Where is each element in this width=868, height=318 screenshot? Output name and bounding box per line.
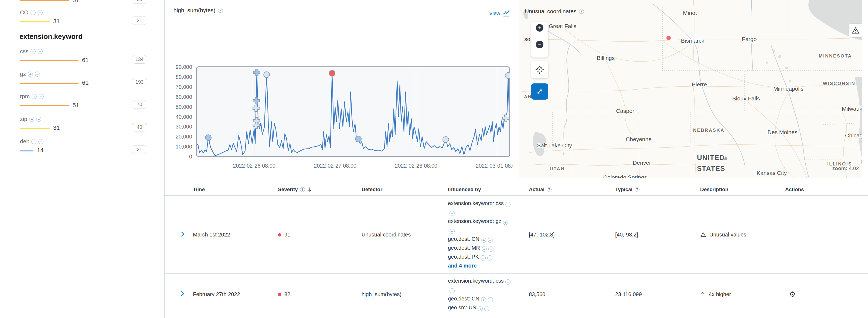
help-icon[interactable]: ? [579,9,584,14]
y-axis-tick-label: 30,000 [162,124,192,130]
add-filter-icon[interactable]: + [31,139,36,144]
influencer-max-score: 61 [82,79,89,86]
map-canvas[interactable]: MinotGreat FallssoBillingsBismarckFargoM… [507,0,862,178]
top-influencers-sidebar: 5153CO+−3131extension.keywordcss+−61134g… [0,0,164,318]
remove-filter-icon[interactable]: − [487,255,492,260]
add-filter-icon[interactable]: + [505,202,510,207]
anomaly-detector: Unusual coordinates [362,232,448,238]
anomaly-marker-circle[interactable] [205,135,211,141]
remove-filter-icon[interactable]: − [37,10,43,15]
map-zoom-in-button[interactable]: + [536,24,544,32]
remove-filter-icon[interactable]: − [488,297,493,302]
map-zoom-control: + − [531,22,548,58]
map-anomaly-dot-red[interactable] [666,36,671,40]
y-axis-tick-label: 50,000 [162,104,192,110]
crosshair-icon [535,65,544,74]
severity-dot [278,233,281,236]
add-filter-icon[interactable]: + [32,94,37,99]
influencer-label: css+− [20,48,43,55]
influencer-label: gz+− [20,71,40,77]
map-locate-button[interactable] [531,61,548,78]
x-axis-tick-label: 2022-02-28 08:00 [392,163,440,169]
remove-filter-icon[interactable]: − [36,117,41,122]
map-country-label: STATES [697,165,725,173]
map-city-label: Casper [616,108,634,114]
remove-filter-icon[interactable]: − [450,288,455,293]
header-severity[interactable]: Severity ? [278,186,362,193]
map-state-label: NEBRASKA [693,128,724,133]
help-icon[interactable]: ? [300,187,305,192]
anomaly-typical: [40,-98.2] [615,232,700,238]
add-filter-icon[interactable]: + [482,247,487,252]
map-city-label: Pierre [692,81,707,87]
map-city-label: Cheyenne [626,136,652,142]
show-more-influencers-link[interactable]: and 4 more [448,261,510,270]
remove-filter-icon[interactable]: − [450,211,455,216]
map-city-label: Fargo [742,36,757,42]
influencer-count-badge: 21 [132,145,147,154]
map-city-label: so [524,36,530,42]
map-city-label: Colorado Springs [603,174,647,178]
anomaly-marker-circle[interactable] [329,70,335,77]
chart-frame [197,67,510,156]
add-filter-icon[interactable]: + [480,255,486,260]
influenced-by-item: geo.dest: CN+− [448,294,510,303]
anomaly-severity: 82 [278,291,362,297]
anomaly-severity: 91 [278,232,362,238]
remove-filter-icon[interactable]: − [37,49,43,54]
anomaly-description: 4x higher [700,291,785,297]
remove-filter-icon[interactable]: − [450,229,455,234]
influencer-count-badge: 193 [132,78,147,86]
add-filter-icon[interactable]: + [30,49,36,54]
header-influenced-by: Influenced by [448,186,529,193]
anomaly-line-chart[interactable] [196,66,510,158]
remove-filter-icon[interactable]: − [38,139,43,144]
help-icon[interactable]: ? [547,187,552,192]
y-axis-tick-label: 40,000 [162,114,192,120]
warning-triangle-icon [700,232,706,237]
influenced-by-item: geo.dest: PK+− [448,252,510,261]
remove-filter-icon[interactable]: − [39,94,44,99]
y-axis-tick-label: 20,000 [162,134,192,140]
y-axis-tick-label: 70,000 [162,84,192,90]
remove-filter-icon[interactable]: − [488,237,493,243]
help-icon[interactable]: ? [218,8,223,13]
remove-filter-icon[interactable]: − [35,71,40,77]
add-filter-icon[interactable]: + [28,71,33,77]
chevron-right-icon[interactable] [179,231,186,237]
influencer-count-badge: 70 [132,100,147,109]
map-warning-button[interactable] [848,24,863,37]
influencer-score-bar [20,21,50,22]
anomaly-explorer-page: 5153CO+−3131extension.keywordcss+−61134g… [0,0,868,318]
remove-filter-icon[interactable]: − [484,306,490,311]
anomaly-actual: [47,-102.8] [529,232,615,238]
anomaly-marker-circle[interactable] [264,71,270,78]
influenced-by-list: extension.keyword: css+−geo.dest: CN+−ge… [448,277,510,312]
map-city-label: Chicago [845,132,862,139]
influenced-by-item: extension.keyword: css+− [448,199,510,217]
gear-icon[interactable]: ⚙ [789,290,796,298]
map-city-label: Billings [597,55,615,61]
y-axis-tick-label: 60,000 [162,94,192,100]
map-lake [789,80,791,82]
add-filter-icon[interactable]: + [29,117,34,122]
map-city-label: Salt Lake City [537,142,572,148]
map-zoom-out-button[interactable]: − [536,41,544,48]
map-title-text: Unusual coordinates [525,8,576,15]
add-filter-icon[interactable]: + [503,220,508,225]
add-filter-icon[interactable]: + [505,280,510,285]
anomaly-marker-circle[interactable] [355,136,361,142]
chevron-right-icon[interactable] [179,290,186,297]
header-actions: Actions [785,186,861,193]
remove-filter-icon[interactable]: − [488,247,494,252]
add-filter-icon[interactable]: + [481,297,486,302]
add-filter-icon[interactable]: + [30,10,36,15]
help-icon[interactable]: ? [634,187,640,192]
influenced-by-list: extension.keyword: css+−extension.keywor… [448,199,510,270]
add-filter-icon[interactable]: + [481,237,486,243]
anomaly-time: February 27th 2022 [193,291,278,297]
add-filter-icon[interactable]: + [477,306,483,311]
map-expand-button[interactable] [531,83,548,99]
anomaly-marker-circle[interactable] [443,137,449,143]
anomaly-detector: high_sum(bytes) [362,291,448,297]
